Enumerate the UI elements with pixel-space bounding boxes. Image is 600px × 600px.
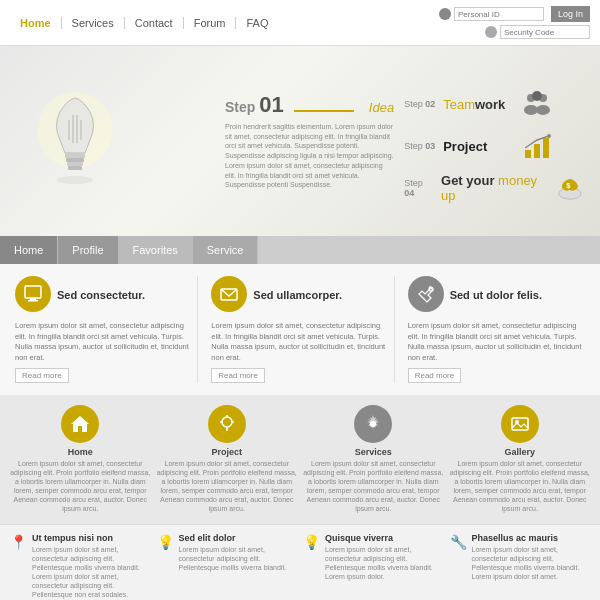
svg-rect-2 [66,158,84,162]
hero-description: Proin hendrerit sagittis elementum. Lore… [225,122,394,191]
footer-item-2-text: Lorem ipsum dolor sit amet, consectetur … [179,545,298,572]
teamwork-icon [521,88,553,120]
step-02-title: Teamwork [443,97,513,112]
feature-3-text: Lorem ipsum dolor sit amet, consectetur … [408,321,585,363]
person-icon [439,8,451,20]
feature-1-icon-wrap [15,276,51,312]
feature-3-read-more[interactable]: Read more [408,368,462,383]
tab-profile[interactable]: Profile [58,236,118,264]
gallery-icon-circle [501,405,539,443]
bulb-footer-icon-2: 💡 [303,534,320,550]
step-number: 01 [259,92,283,118]
feature-2-text: Lorem ipsum dolor sit amet, consectetur … [211,321,388,363]
security-code-field [485,25,590,39]
svg-point-8 [532,91,542,101]
feature-2-read-more[interactable]: Read more [211,368,265,383]
bottom-icon-home: Home Lorem ipsum dolor sit amet, consect… [10,405,151,514]
tab-favorites[interactable]: Favorites [119,236,193,264]
svg-point-10 [536,105,550,115]
footer-item-3: 💡 Quisque viverra Lorem ipsum dolor sit … [303,533,444,600]
svg-rect-18 [30,298,36,300]
svg-point-23 [222,417,232,427]
project-icon [521,130,553,162]
bottom-icon-services: Services Lorem ipsum dolor sit amet, con… [303,405,444,514]
bottom-icon-project: Project Lorem ipsum dolor sit amet, cons… [157,405,298,514]
features-section: Sed consectetur. Lorem ipsum dolor sit a… [0,264,600,395]
footer-section: 📍 Ut tempus nisi non Lorem ipsum dolor s… [0,524,600,600]
hero-text-area: Step 01 Idea Proin hendrerit sagittis el… [225,92,394,191]
services-icon [362,413,384,435]
footer-item-3-content: Quisque viverra Lorem ipsum dolor sit am… [325,533,444,581]
bottom-icon-project-text: Lorem ipsum dolor sit amet, consectetur … [157,459,298,514]
feature-2-title: Sed ullamcorper. [253,289,342,301]
step-row-03: Step 03 Project [404,130,585,162]
location-icon: 📍 [10,534,27,550]
footer-item-4-content: Phasellus ac mauris Lorem ipsum dolor si… [472,533,591,581]
idea-label: Idea [369,100,394,115]
bulb-icon [35,85,115,195]
footer-item-3-text: Lorem ipsum dolor sit amet, consectetur … [325,545,444,581]
step-divider [294,110,354,112]
svg-rect-13 [543,138,549,158]
bottom-icon-home-text: Lorem ipsum dolor sit amet, consectetur … [10,459,151,514]
svg-rect-29 [512,418,528,430]
lock-icon [485,26,497,38]
feature-1-text: Lorem ipsum dolor sit amet, consectetur … [15,321,192,363]
home-icon-circle [61,405,99,443]
bottom-icon-services-label: Services [355,447,392,457]
home-icon [69,413,91,435]
footer-item-1-text: Lorem ipsum dolor sit amet, consectetur … [32,545,151,600]
svg-rect-3 [67,162,83,166]
hero-left [15,85,215,197]
step-04-title: Get your money up [441,173,547,203]
mail-icon [219,284,239,304]
feature-col-1: Sed consectetur. Lorem ipsum dolor sit a… [10,276,198,383]
hero-section: Step 01 Idea Proin hendrerit sagittis el… [0,46,600,236]
feature-3-title: Sed ut dolor felis. [450,289,542,301]
step-02-num: Step 02 [404,99,435,109]
footer-item-1-content: Ut tempus nisi non Lorem ipsum dolor sit… [32,533,151,600]
footer-item-2: 💡 Sed elit dolor Lorem ipsum dolor sit a… [157,533,298,600]
footer-item-3-title: Quisque viverra [325,533,444,543]
tabs: Home Profile Favorites Service [0,236,600,264]
svg-rect-17 [25,286,41,298]
feature-col-2: Sed ullamcorper. Lorem ipsum dolor sit a… [206,276,394,383]
feature-1-read-more[interactable]: Read more [15,368,69,383]
feature-1-title: Sed consectetur. [57,289,145,301]
bulb-footer-icon: 💡 [157,534,174,550]
svg-point-9 [524,105,538,115]
feature-2-icon-wrap [211,276,247,312]
nav-item-faq[interactable]: FAQ [236,17,278,29]
wrench-icon [416,284,436,304]
nav-item-services[interactable]: Services [62,17,125,29]
tab-home[interactable]: Home [0,236,58,264]
step-label: Step [225,99,255,115]
nav-item-home[interactable]: Home [10,17,62,29]
svg-rect-1 [65,153,85,158]
step-03-title: Project [443,139,513,154]
svg-rect-11 [525,150,531,158]
step-row-04: Step 04 Get your money up $ [404,172,585,204]
svg-rect-19 [28,300,38,302]
tab-service[interactable]: Service [193,236,259,264]
step-03-num: Step 03 [404,141,435,151]
bottom-icon-services-text: Lorem ipsum dolor sit amet, consectetur … [303,459,444,514]
step-04-num: Step 04 [404,178,433,198]
bottom-icon-gallery-text: Lorem ipsum dolor sit amet, consectetur … [450,459,591,514]
nav-item-forum[interactable]: Forum [184,17,237,29]
personal-id-input[interactable] [454,7,544,21]
gallery-icon [509,413,531,435]
project-icon-circle [208,405,246,443]
security-code-input[interactable] [500,25,590,39]
nav-item-contact[interactable]: Contact [125,17,184,29]
money-icon: $ [555,172,585,204]
bottom-icon-project-label: Project [211,447,242,457]
login-button[interactable]: Log In [551,6,590,22]
header: Home Services Contact Forum FAQ Log In [0,0,600,46]
bottom-icons-section: Home Lorem ipsum dolor sit amet, consect… [0,395,600,524]
svg-point-14 [547,134,551,138]
bottom-icon-home-label: Home [68,447,93,457]
wrench-footer-icon: 🔧 [450,534,467,550]
svg-rect-4 [68,166,82,170]
svg-rect-12 [534,144,540,158]
